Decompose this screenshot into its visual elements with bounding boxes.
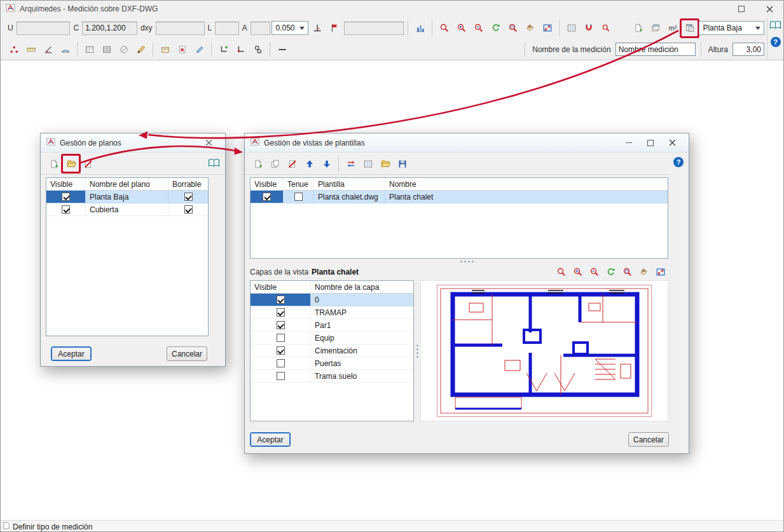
library-book-icon[interactable] — [769, 20, 781, 32]
plan-name[interactable]: Cubierta — [86, 203, 168, 215]
edit-delete-icon[interactable] — [174, 41, 190, 57]
add-plan-icon[interactable] — [46, 156, 62, 172]
layer-name[interactable]: Puertas — [311, 357, 413, 369]
flag-icon[interactable] — [327, 20, 343, 36]
close-button[interactable] — [755, 1, 783, 17]
link-nodes-icon[interactable] — [250, 41, 266, 57]
column-nombre[interactable]: Nombre — [385, 178, 668, 190]
ruler-length-icon[interactable] — [23, 41, 39, 57]
visible-checkbox[interactable] — [277, 321, 285, 329]
delete-template-icon[interactable] — [284, 156, 300, 172]
export-table-icon[interactable] — [360, 156, 376, 172]
layer-name[interactable]: Par1 — [311, 319, 413, 331]
visible-checkbox[interactable] — [277, 296, 285, 304]
regenerate-icon[interactable] — [603, 264, 619, 280]
borrable-checkbox[interactable] — [184, 205, 193, 214]
zoom-redraw-icon[interactable] — [436, 20, 452, 36]
zoom-redraw-icon[interactable] — [553, 264, 569, 280]
layer-name[interactable]: 0 — [311, 294, 413, 306]
layer-name[interactable]: Equip — [311, 332, 413, 344]
capa-row-0[interactable]: 0 — [251, 294, 413, 306]
visible-checkbox[interactable] — [277, 346, 285, 355]
close-button[interactable] — [661, 135, 683, 151]
open-plan-folder-icon[interactable] — [63, 156, 79, 172]
column-borrable[interactable]: Borrable — [168, 178, 208, 190]
measure-name-field[interactable]: Nombre medición — [616, 43, 696, 56]
maximize-button[interactable] — [727, 1, 755, 17]
column-tenue[interactable]: Tenue — [284, 178, 314, 190]
coordinates-table-icon[interactable] — [563, 20, 579, 36]
plan-management-icon[interactable] — [682, 20, 698, 36]
area-measure-icon[interactable] — [57, 41, 73, 57]
minimize-button[interactable] — [618, 135, 640, 151]
zoom-detail-icon[interactable] — [598, 20, 614, 36]
column-visible[interactable]: Visible — [251, 178, 284, 190]
table-row-planta-baja[interactable]: Planta Baja — [46, 191, 208, 203]
capa-row-tramap[interactable]: TRAMAP — [251, 306, 413, 319]
zoom-extents-icon[interactable] — [652, 264, 668, 280]
help-icon[interactable]: ? — [771, 37, 781, 47]
aceptar-button[interactable]: Aceptar — [250, 432, 291, 447]
zoom-in-icon[interactable] — [570, 264, 586, 280]
c-field[interactable]: 1.200,1.200 — [82, 22, 137, 35]
move-down-icon[interactable] — [319, 156, 334, 172]
l-field[interactable] — [215, 22, 239, 35]
help-icon[interactable]: ? — [673, 157, 684, 167]
template-preview[interactable] — [420, 280, 668, 421]
visible-checkbox[interactable] — [62, 193, 70, 201]
plan-name[interactable]: Planta Baja — [86, 191, 168, 203]
aceptar-button[interactable]: Aceptar — [51, 346, 92, 361]
height-field[interactable]: 3,00 — [732, 43, 764, 56]
ortho-icon[interactable] — [310, 20, 326, 36]
template-name[interactable]: Planta chalet — [385, 191, 668, 203]
delete-plan-icon[interactable] — [80, 156, 96, 172]
u-field[interactable] — [17, 22, 71, 35]
move-up-icon[interactable] — [301, 156, 317, 172]
zoom-extents-icon[interactable] — [539, 20, 555, 36]
transfer-icon[interactable] — [343, 156, 359, 172]
dxy-field[interactable] — [156, 22, 205, 35]
pan-hand-icon[interactable] — [636, 264, 652, 280]
layer-box-icon[interactable] — [157, 41, 173, 57]
column-visible[interactable]: Visible — [46, 178, 86, 190]
plan-select[interactable]: Planta Baja — [699, 21, 764, 35]
cancelar-button[interactable]: Cancelar — [167, 346, 207, 361]
new-drawing-icon[interactable] — [630, 20, 646, 36]
line-type-icon[interactable] — [274, 41, 290, 57]
dialog-vistas-titlebar[interactable]: Gestión de vistas de plantillas — [245, 133, 689, 153]
copy-template-icon[interactable] — [267, 156, 283, 172]
table-row-cubierta[interactable]: Cubierta — [46, 203, 208, 216]
regenerate-icon[interactable] — [488, 20, 504, 36]
point-measure-icon[interactable] — [6, 41, 22, 57]
visible-checkbox[interactable] — [277, 359, 285, 367]
zoom-in-icon[interactable] — [453, 20, 469, 36]
pen-blue-icon[interactable] — [191, 41, 207, 57]
layer-name[interactable]: Trama suelo — [311, 370, 413, 382]
column-nombre-plano[interactable]: Nombre del plano — [86, 178, 168, 190]
capa-row-puertas[interactable]: Puertas — [251, 357, 413, 370]
add-template-icon[interactable] — [250, 156, 266, 172]
maximize-button[interactable] — [640, 135, 661, 151]
column-plantilla[interactable]: Plantilla — [314, 178, 385, 190]
a-field[interactable] — [251, 22, 271, 35]
zoom-out-icon[interactable] — [471, 20, 486, 36]
layer-name[interactable]: TRAMAP — [311, 306, 413, 318]
library-book-icon[interactable] — [208, 158, 220, 170]
node-corner-icon[interactable] — [233, 41, 249, 57]
open-template-folder-icon[interactable] — [377, 156, 393, 172]
hatch-fill-icon[interactable] — [99, 41, 114, 57]
capa-row-cimentacion[interactable]: Cimentación — [251, 344, 413, 357]
visible-checkbox[interactable] — [62, 205, 70, 214]
zoom-window-icon[interactable] — [505, 20, 521, 36]
save-icon[interactable] — [394, 156, 410, 172]
tenue-checkbox[interactable] — [294, 193, 303, 201]
capa-row-par1[interactable]: Par1 — [251, 319, 413, 332]
hatch-circle-icon[interactable] — [116, 41, 132, 57]
angle-measure-icon[interactable] — [40, 41, 56, 57]
snap-select[interactable]: 0.050 — [272, 21, 308, 35]
cancelar-button[interactable]: Cancelar — [628, 432, 669, 447]
table-row-planta-chalet[interactable]: Planta chalet.dwg Planta chalet — [251, 191, 668, 203]
column-nombre-capa[interactable]: Nombre de la capa — [311, 281, 413, 293]
zoom-out-icon[interactable] — [586, 264, 602, 280]
pencil-icon[interactable] — [133, 41, 149, 57]
